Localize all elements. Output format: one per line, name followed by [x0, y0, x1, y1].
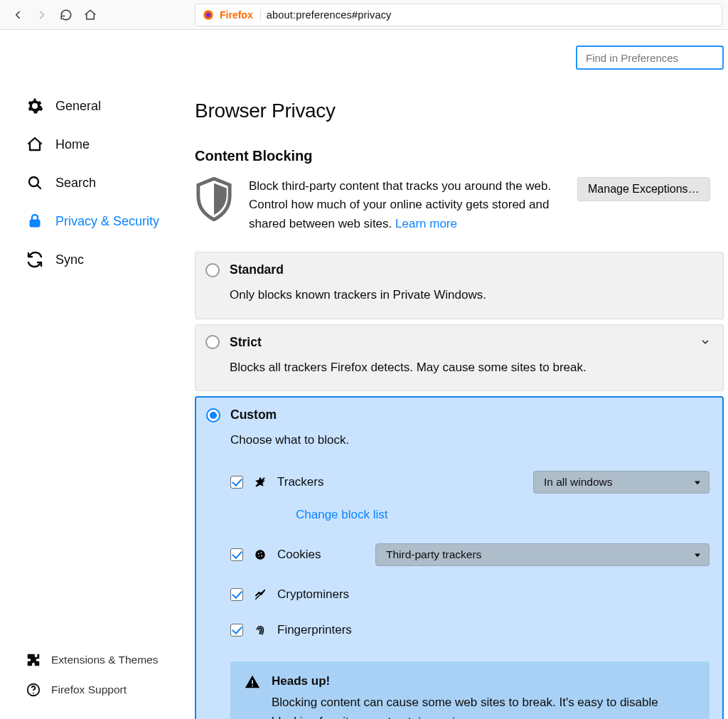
custom-row-fingerprinters: Fingerprinters: [230, 623, 710, 637]
preferences-sidebar: General Home Search Privacy & Security S: [0, 30, 188, 719]
cookies-label: Cookies: [277, 548, 321, 562]
sidebar-item-label: Privacy & Security: [55, 214, 159, 229]
firefox-identity-label: Firefox: [220, 9, 261, 21]
radio-strict[interactable]: [205, 335, 220, 349]
lock-icon: [26, 212, 44, 230]
svg-point-12: [261, 552, 262, 553]
learn-how-link[interactable]: Learn how: [418, 715, 474, 719]
content-blocking-intro: Block third-party content that tracks yo…: [195, 177, 724, 233]
sidebar-item-search[interactable]: Search: [21, 164, 188, 202]
option-title: Standard: [230, 262, 284, 277]
option-desc: Blocks all trackers Firefox detects. May…: [230, 358, 710, 377]
content-blocking-intro-text: Block third-party content that tracks yo…: [249, 177, 562, 233]
sidebar-footer-label: Extensions & Themes: [51, 654, 158, 666]
sidebar-item-sync[interactable]: Sync: [21, 240, 188, 279]
sidebar-item-label: General: [55, 99, 101, 114]
svg-point-10: [255, 550, 265, 560]
cryptominers-label: Cryptominers: [277, 587, 349, 602]
content-blocking-heading: Content Blocking: [195, 148, 724, 164]
sync-icon: [26, 250, 44, 269]
svg-point-1: [206, 12, 211, 17]
custom-row-cookies: Cookies Third-party trackers: [230, 543, 710, 566]
option-title: Custom: [230, 408, 277, 422]
checkbox-trackers[interactable]: [230, 476, 243, 489]
home-button[interactable]: [78, 3, 102, 27]
url-bar[interactable]: Firefox about:preferences#privacy: [195, 4, 722, 26]
sidebar-support-link[interactable]: Firefox Support: [21, 675, 188, 705]
trackers-select[interactable]: In all windows: [533, 471, 710, 494]
cryptominers-icon: [253, 587, 267, 602]
svg-line-3: [38, 186, 41, 189]
fingerprinters-icon: [253, 623, 267, 637]
learn-more-link[interactable]: Learn more: [395, 217, 457, 230]
cookies-select[interactable]: Third-party trackers: [375, 543, 710, 566]
warning-title: Heads up!: [272, 674, 694, 688]
sidebar-item-label: Sync: [55, 252, 84, 267]
sidebar-item-label: Search: [55, 176, 96, 191]
option-desc: Only blocks known trackers in Private Wi…: [230, 286, 710, 304]
checkbox-cookies[interactable]: [230, 548, 243, 561]
preferences-search-input[interactable]: [586, 52, 721, 64]
fingerprinters-label: Fingerprinters: [277, 623, 352, 637]
custom-row-trackers: Trackers In all windows: [230, 471, 710, 494]
reload-button[interactable]: [54, 3, 78, 27]
shield-icon: [195, 177, 233, 221]
search-icon: [26, 174, 44, 192]
option-title: Strict: [230, 335, 262, 350]
forward-button[interactable]: [30, 3, 54, 27]
svg-point-6: [33, 693, 34, 694]
preferences-content: Browser Privacy Content Blocking Block t…: [188, 30, 728, 719]
sidebar-item-privacy[interactable]: Privacy & Security: [21, 202, 188, 240]
blocking-option-strict[interactable]: Strict Blocks all trackers Firefox detec…: [195, 324, 724, 392]
svg-rect-17: [252, 685, 253, 686]
svg-rect-4: [30, 220, 40, 227]
page-title: Browser Privacy: [195, 100, 724, 122]
trackers-label: Trackers: [277, 475, 324, 489]
cookies-icon: [253, 548, 267, 562]
firefox-logo-icon: [203, 9, 214, 21]
sidebar-extensions-link[interactable]: Extensions & Themes: [21, 645, 188, 675]
checkbox-cryptominers[interactable]: [230, 588, 243, 601]
radio-standard[interactable]: [205, 263, 220, 277]
sidebar-item-label: Home: [55, 137, 90, 152]
question-circle-icon: [26, 682, 41, 698]
sidebar-item-general[interactable]: General: [21, 87, 188, 125]
sidebar-footer-label: Firefox Support: [51, 683, 127, 696]
trackers-icon: [253, 475, 267, 489]
home-icon: [26, 135, 44, 154]
back-button[interactable]: [6, 3, 30, 27]
warning-icon: [245, 674, 260, 690]
preferences-search[interactable]: [576, 46, 724, 70]
gear-icon: [26, 97, 44, 115]
change-block-list-link[interactable]: Change block list: [296, 508, 387, 521]
svg-rect-16: [252, 680, 253, 684]
svg-point-11: [258, 553, 259, 554]
svg-point-14: [259, 555, 260, 557]
browser-toolbar: Firefox about:preferences#privacy: [0, 0, 728, 30]
heads-up-warning: Heads up! Blocking content can cause som…: [230, 661, 710, 719]
url-text: about:preferences#privacy: [267, 9, 392, 21]
warning-text: Blocking content can cause some web site…: [272, 693, 694, 719]
custom-row-cryptominers: Cryptominers: [230, 587, 710, 602]
chevron-down-icon[interactable]: [700, 336, 710, 350]
blocking-option-custom[interactable]: Custom Choose what to block. Trackers In…: [195, 396, 724, 719]
svg-point-13: [261, 555, 262, 556]
blocking-option-standard[interactable]: Standard Only blocks known trackers in P…: [195, 252, 724, 319]
puzzle-icon: [26, 652, 41, 668]
manage-exceptions-button[interactable]: Manage Exceptions…: [577, 177, 710, 201]
sidebar-item-home[interactable]: Home: [21, 125, 188, 164]
radio-custom[interactable]: [206, 408, 220, 422]
checkbox-fingerprinters[interactable]: [230, 624, 243, 637]
option-desc: Choose what to block.: [230, 431, 710, 449]
